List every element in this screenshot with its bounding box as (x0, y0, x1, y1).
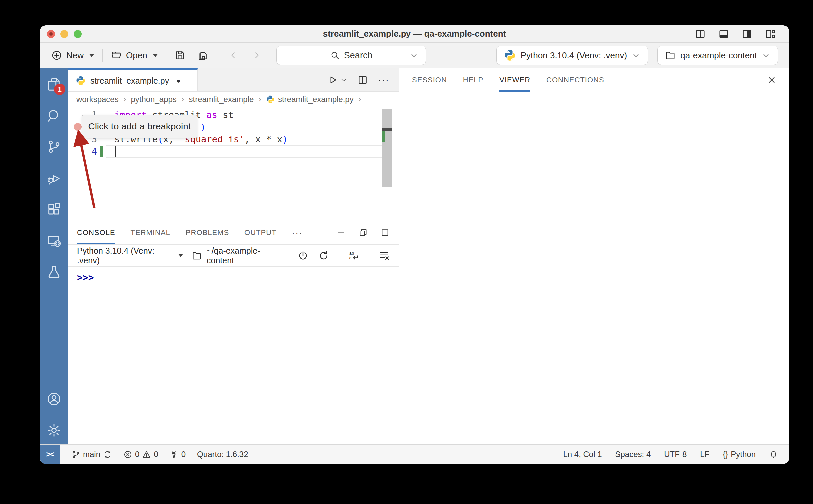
sidebar-item-remote-explorer[interactable] (45, 231, 63, 250)
maximize-panel-icon[interactable] (380, 228, 390, 238)
breadcrumb-separator: › (123, 94, 126, 104)
sidebar-item-run-debug[interactable] (45, 169, 63, 187)
sidebar-item-testing[interactable] (45, 263, 63, 281)
window-title: streamlit_example.py — qa-example-conten… (40, 29, 789, 39)
tab-session[interactable]: SESSION (412, 68, 447, 92)
cursor-position-status[interactable]: Ln 4, Col 1 (563, 450, 602, 459)
minimize-panel-icon[interactable] (336, 228, 346, 238)
project-label: qa-example-content (680, 50, 757, 61)
tab-console[interactable]: CONSOLE (77, 221, 115, 244)
problems-status[interactable]: 0 0 (123, 450, 158, 459)
settings-button[interactable] (45, 421, 63, 440)
debug-icon (46, 170, 62, 186)
search-dropdown[interactable] (410, 51, 418, 60)
language-status[interactable]: {} Python (723, 450, 756, 459)
chevron-down-icon (410, 51, 418, 60)
extensions-icon (46, 202, 62, 217)
overview-ruler-mark (382, 128, 392, 131)
git-branch-icon (46, 139, 62, 154)
breadcrumb-separator: › (258, 94, 261, 104)
tab-terminal[interactable]: TERMINAL (131, 221, 170, 244)
console-output[interactable]: >>> (68, 267, 399, 444)
scrollbar-thumb[interactable] (382, 109, 392, 187)
breadcrumb-item-file[interactable]: streamlit_example.py (266, 95, 354, 104)
tab-help[interactable]: HELP (463, 68, 483, 92)
working-directory[interactable]: ~/qa-example-content (191, 246, 284, 265)
divider (102, 49, 103, 62)
editor-tab-bar: streamlit_example.py ● ··· (68, 68, 399, 92)
quarto-status[interactable]: Quarto: 1.6.32 (197, 450, 248, 459)
sidebar-item-explorer[interactable]: 1 (45, 75, 63, 94)
open-button[interactable]: Open (111, 50, 158, 61)
search-input[interactable]: Search (276, 46, 426, 65)
git-branch-status[interactable]: main (71, 450, 112, 459)
tab-streamlit-example[interactable]: streamlit_example.py ● (68, 68, 197, 91)
split-editor-icon[interactable] (357, 75, 368, 85)
breakpoint-dot[interactable] (74, 123, 82, 131)
sidebar-item-source-control[interactable] (45, 137, 63, 156)
search-icon (330, 50, 340, 60)
customize-layout-icon[interactable] (765, 28, 776, 40)
console-interpreter-label[interactable]: Python 3.10.4 (Venv: .venv) (77, 246, 175, 265)
eol-status[interactable]: LF (700, 450, 709, 459)
run-file-button[interactable] (327, 75, 347, 85)
new-button[interactable]: New (51, 50, 94, 61)
line-number-active[interactable]: 4 (68, 146, 97, 157)
ports-count: 0 (181, 450, 185, 459)
notifications-button[interactable] (769, 450, 778, 459)
forward-icon[interactable] (252, 50, 262, 60)
editor-scrollbar[interactable] (382, 107, 392, 221)
interpreter-selector[interactable]: Python 3.10.4 (Venv: .venv) (496, 46, 648, 65)
sidebar-item-search[interactable] (45, 106, 63, 125)
split-editor-icon[interactable] (695, 28, 706, 40)
git-added-gutter (100, 146, 103, 157)
back-icon[interactable] (228, 50, 238, 60)
python-file-icon (76, 76, 86, 86)
power-icon[interactable] (297, 250, 309, 261)
code-line-4: 4 (68, 145, 399, 158)
error-count: 0 (135, 450, 139, 459)
open-dropdown-caret (152, 54, 158, 57)
breadcrumb-separator: › (358, 94, 361, 104)
python-logo-icon (504, 49, 516, 61)
restart-icon[interactable] (318, 250, 329, 261)
breadcrumb-item[interactable]: workspaces (76, 95, 119, 104)
svg-text:ab: ab (349, 251, 354, 256)
save-icon (174, 50, 185, 61)
divider (369, 249, 369, 262)
remote-indicator[interactable]: >< (40, 445, 60, 464)
encoding-status[interactable]: UTF-8 (664, 450, 687, 459)
interpreter-dropdown-caret[interactable] (178, 254, 183, 257)
console-prompt: >>> (77, 272, 94, 283)
save-button[interactable] (174, 50, 185, 61)
tab-problems[interactable]: PROBLEMS (185, 221, 229, 244)
main-toolbar: New Open Search (40, 43, 789, 68)
tab-connections[interactable]: CONNECTIONS (546, 68, 604, 92)
radio-tower-icon (169, 450, 178, 459)
bell-icon (769, 450, 778, 459)
close-panel-button[interactable] (767, 75, 777, 85)
word-wrap-icon[interactable]: abc (348, 250, 360, 261)
panel-more-tabs-icon[interactable]: ··· (292, 228, 303, 238)
breadcrumb-item[interactable]: streamlit_example (189, 95, 254, 104)
indentation-status[interactable]: Spaces: 4 (616, 450, 651, 459)
account-button[interactable] (45, 390, 63, 408)
viewer-pane-empty (399, 92, 789, 444)
toggle-panel-icon[interactable] (718, 28, 729, 40)
breadcrumb-item[interactable]: python_apps (131, 95, 176, 104)
tab-viewer[interactable]: VIEWER (499, 68, 530, 92)
ports-status[interactable]: 0 (169, 450, 185, 459)
project-selector[interactable]: qa-example-content (658, 46, 778, 65)
clear-console-icon[interactable] (379, 250, 390, 261)
brackets-glyph: {} (723, 450, 728, 459)
sidebar-item-extensions[interactable] (45, 200, 63, 219)
dirty-indicator[interactable]: ● (176, 77, 180, 85)
search-icon (46, 108, 62, 123)
more-actions-icon[interactable]: ··· (378, 75, 389, 85)
git-branch-icon (71, 450, 80, 459)
save-all-button[interactable] (197, 50, 208, 61)
tab-output[interactable]: OUTPUT (244, 221, 276, 244)
restore-panel-icon[interactable] (358, 228, 368, 238)
code-editor[interactable]: 1 import streamlit as st 2 ) 3 st.write(… (68, 107, 399, 221)
toggle-secondary-sidebar-icon[interactable] (741, 28, 753, 40)
